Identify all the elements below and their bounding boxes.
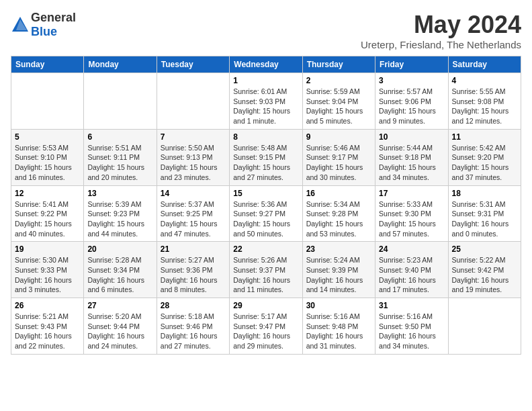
- calendar-cell: 17Sunrise: 5:33 AM Sunset: 9:30 PM Dayli…: [375, 185, 448, 242]
- calendar-cell: 3Sunrise: 5:57 AM Sunset: 9:06 PM Daylig…: [375, 73, 448, 130]
- day-number: 20: [87, 244, 152, 254]
- calendar-cell: 16Sunrise: 5:34 AM Sunset: 9:28 PM Dayli…: [302, 185, 375, 242]
- weekday-header-friday: Friday: [375, 56, 448, 73]
- day-number: 21: [161, 244, 226, 254]
- day-info: Sunrise: 5:55 AM Sunset: 9:08 PM Dayligh…: [452, 87, 517, 126]
- calendar-cell: 20Sunrise: 5:28 AM Sunset: 9:34 PM Dayli…: [84, 242, 157, 298]
- day-info: Sunrise: 5:30 AM Sunset: 9:33 PM Dayligh…: [15, 255, 80, 295]
- calendar-cell: 23Sunrise: 5:24 AM Sunset: 9:39 PM Dayli…: [302, 242, 375, 298]
- calendar-cell: 6Sunrise: 5:51 AM Sunset: 9:11 PM Daylig…: [84, 129, 157, 185]
- day-number: 16: [306, 189, 371, 198]
- day-info: Sunrise: 5:36 AM Sunset: 9:27 PM Dayligh…: [233, 199, 298, 239]
- day-number: 19: [15, 244, 80, 254]
- weekday-header-sunday: Sunday: [11, 56, 84, 73]
- day-number: 12: [15, 189, 80, 198]
- calendar-week-2: 5Sunrise: 5:53 AM Sunset: 9:10 PM Daylig…: [11, 129, 521, 185]
- weekday-header-saturday: Saturday: [448, 56, 521, 73]
- calendar-cell: 14Sunrise: 5:37 AM Sunset: 9:25 PM Dayli…: [157, 185, 229, 242]
- calendar-cell: 31Sunrise: 5:16 AM Sunset: 9:50 PM Dayli…: [375, 298, 448, 355]
- weekday-header-row: SundayMondayTuesdayWednesdayThursdayFrid…: [11, 56, 521, 73]
- day-info: Sunrise: 5:28 AM Sunset: 9:34 PM Dayligh…: [87, 255, 152, 295]
- calendar-cell: 10Sunrise: 5:44 AM Sunset: 9:18 PM Dayli…: [375, 129, 448, 185]
- day-info: Sunrise: 5:16 AM Sunset: 9:48 PM Dayligh…: [306, 312, 371, 351]
- weekday-header-tuesday: Tuesday: [157, 56, 229, 73]
- calendar-cell: 29Sunrise: 5:17 AM Sunset: 9:47 PM Dayli…: [230, 298, 302, 355]
- day-number: 17: [379, 189, 444, 198]
- day-info: Sunrise: 5:46 AM Sunset: 9:17 PM Dayligh…: [306, 143, 371, 183]
- calendar-cell: 11Sunrise: 5:42 AM Sunset: 9:20 PM Dayli…: [448, 129, 521, 185]
- calendar-week-1: 1Sunrise: 6:01 AM Sunset: 9:03 PM Daylig…: [11, 73, 521, 130]
- day-info: Sunrise: 5:48 AM Sunset: 9:15 PM Dayligh…: [233, 143, 298, 183]
- day-number: 18: [452, 189, 517, 198]
- day-number: 10: [379, 132, 444, 142]
- calendar-week-3: 12Sunrise: 5:41 AM Sunset: 9:22 PM Dayli…: [11, 185, 521, 242]
- calendar-cell: 22Sunrise: 5:26 AM Sunset: 9:37 PM Dayli…: [230, 242, 302, 298]
- day-info: Sunrise: 5:33 AM Sunset: 9:30 PM Dayligh…: [379, 199, 444, 239]
- day-info: Sunrise: 5:42 AM Sunset: 9:20 PM Dayligh…: [452, 143, 517, 183]
- day-info: Sunrise: 5:17 AM Sunset: 9:47 PM Dayligh…: [233, 312, 298, 351]
- calendar-cell: 4Sunrise: 5:55 AM Sunset: 9:08 PM Daylig…: [448, 73, 521, 130]
- calendar-cell: [448, 298, 521, 355]
- day-info: Sunrise: 5:50 AM Sunset: 9:13 PM Dayligh…: [161, 143, 226, 183]
- day-number: 24: [379, 244, 444, 254]
- calendar-cell: 18Sunrise: 5:31 AM Sunset: 9:31 PM Dayli…: [448, 185, 521, 242]
- day-info: Sunrise: 5:31 AM Sunset: 9:31 PM Dayligh…: [452, 199, 517, 239]
- calendar-cell: [84, 73, 157, 130]
- weekday-header-monday: Monday: [84, 56, 157, 73]
- day-info: Sunrise: 5:53 AM Sunset: 9:10 PM Dayligh…: [15, 143, 80, 183]
- title-area: May 2024 Ureterp, Friesland, The Netherl…: [361, 11, 521, 50]
- calendar-week-5: 26Sunrise: 5:21 AM Sunset: 9:43 PM Dayli…: [11, 298, 521, 355]
- calendar-cell: 1Sunrise: 6:01 AM Sunset: 9:03 PM Daylig…: [230, 73, 302, 130]
- day-number: 8: [233, 132, 298, 142]
- calendar-cell: 15Sunrise: 5:36 AM Sunset: 9:27 PM Dayli…: [230, 185, 302, 242]
- calendar-cell: 30Sunrise: 5:16 AM Sunset: 9:48 PM Dayli…: [302, 298, 375, 355]
- day-number: 2: [306, 76, 371, 85]
- day-number: 5: [15, 132, 80, 142]
- calendar-week-4: 19Sunrise: 5:30 AM Sunset: 9:33 PM Dayli…: [11, 242, 521, 298]
- calendar-cell: 9Sunrise: 5:46 AM Sunset: 9:17 PM Daylig…: [302, 129, 375, 185]
- calendar-cell: [157, 73, 229, 130]
- day-info: Sunrise: 5:37 AM Sunset: 9:25 PM Dayligh…: [161, 199, 226, 239]
- day-number: 23: [306, 244, 371, 254]
- day-number: 6: [87, 132, 152, 142]
- calendar-cell: 27Sunrise: 5:20 AM Sunset: 9:44 PM Dayli…: [84, 298, 157, 355]
- day-number: 4: [452, 76, 517, 85]
- calendar-cell: [11, 73, 84, 130]
- calendar-cell: 7Sunrise: 5:50 AM Sunset: 9:13 PM Daylig…: [157, 129, 229, 185]
- logo-text-general: General: [31, 11, 76, 24]
- logo-text-blue: Blue: [31, 25, 57, 38]
- day-number: 3: [379, 76, 444, 85]
- day-number: 22: [233, 244, 298, 254]
- month-year-title: May 2024: [361, 11, 521, 39]
- logo-icon: [11, 15, 30, 34]
- day-info: Sunrise: 5:44 AM Sunset: 9:18 PM Dayligh…: [379, 143, 444, 183]
- day-info: Sunrise: 5:57 AM Sunset: 9:06 PM Dayligh…: [379, 87, 444, 126]
- weekday-header-wednesday: Wednesday: [230, 56, 302, 73]
- day-info: Sunrise: 5:59 AM Sunset: 9:04 PM Dayligh…: [306, 87, 371, 126]
- calendar-table: SundayMondayTuesdayWednesdayThursdayFrid…: [11, 56, 521, 355]
- day-info: Sunrise: 5:26 AM Sunset: 9:37 PM Dayligh…: [233, 255, 298, 295]
- page-header: General Blue May 2024 Ureterp, Friesland…: [11, 11, 521, 50]
- calendar-cell: 12Sunrise: 5:41 AM Sunset: 9:22 PM Dayli…: [11, 185, 84, 242]
- logo: General Blue: [11, 11, 76, 39]
- day-info: Sunrise: 5:41 AM Sunset: 9:22 PM Dayligh…: [15, 199, 80, 239]
- day-number: 13: [87, 189, 152, 198]
- day-info: Sunrise: 5:34 AM Sunset: 9:28 PM Dayligh…: [306, 199, 371, 239]
- calendar-cell: 25Sunrise: 5:22 AM Sunset: 9:42 PM Dayli…: [448, 242, 521, 298]
- day-info: Sunrise: 5:27 AM Sunset: 9:36 PM Dayligh…: [161, 255, 226, 295]
- day-info: Sunrise: 5:39 AM Sunset: 9:23 PM Dayligh…: [87, 199, 152, 239]
- day-info: Sunrise: 5:22 AM Sunset: 9:42 PM Dayligh…: [452, 255, 517, 295]
- day-number: 26: [15, 301, 80, 310]
- calendar-cell: 8Sunrise: 5:48 AM Sunset: 9:15 PM Daylig…: [230, 129, 302, 185]
- day-number: 9: [306, 132, 371, 142]
- calendar-cell: 24Sunrise: 5:23 AM Sunset: 9:40 PM Dayli…: [375, 242, 448, 298]
- day-info: Sunrise: 5:23 AM Sunset: 9:40 PM Dayligh…: [379, 255, 444, 295]
- day-info: Sunrise: 5:20 AM Sunset: 9:44 PM Dayligh…: [87, 312, 152, 351]
- calendar-cell: 28Sunrise: 5:18 AM Sunset: 9:46 PM Dayli…: [157, 298, 229, 355]
- calendar-cell: 26Sunrise: 5:21 AM Sunset: 9:43 PM Dayli…: [11, 298, 84, 355]
- calendar-cell: 19Sunrise: 5:30 AM Sunset: 9:33 PM Dayli…: [11, 242, 84, 298]
- day-number: 11: [452, 132, 517, 142]
- day-number: 27: [87, 301, 152, 310]
- day-info: Sunrise: 6:01 AM Sunset: 9:03 PM Dayligh…: [233, 87, 298, 126]
- calendar-cell: 13Sunrise: 5:39 AM Sunset: 9:23 PM Dayli…: [84, 185, 157, 242]
